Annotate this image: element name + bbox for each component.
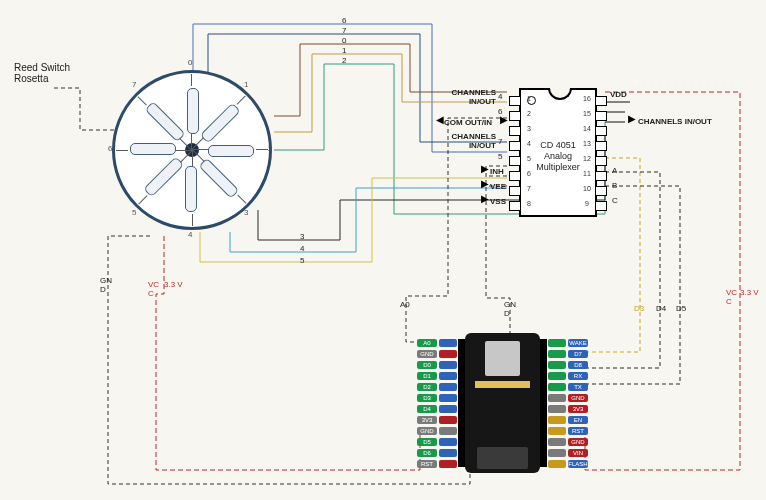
ic-lbl-ch-in-out-2: CHANNELS IN/OUT <box>446 132 496 150</box>
rosetta-num-6: 6 <box>108 144 112 153</box>
ic-lbl-ch-in-out-1: CHANNELS IN/OUT <box>446 88 496 106</box>
ic-pin-16: 16 <box>581 95 593 102</box>
ic-lbl-p1n: 4 <box>498 92 502 101</box>
mcu-right-label-10: VIN <box>568 449 588 457</box>
rosetta-num-3: 3 <box>244 208 248 217</box>
mcu-right-label-9: GND <box>568 438 588 446</box>
mcu-left-pin-6 <box>439 405 457 413</box>
ic-pin-11: 11 <box>581 170 593 177</box>
net-vcc-left: VC C <box>148 280 159 298</box>
mcu-right-pin-7 <box>548 416 566 424</box>
mcu-left-pin-1 <box>439 350 457 358</box>
ic-lbl-vee: VEE <box>490 182 506 191</box>
mcu-right-label-7: EN <box>568 416 588 424</box>
ic-pin-2: 2 <box>523 110 535 117</box>
rosetta-num-5: 5 <box>132 208 136 217</box>
mcu-right-label-2: D8 <box>568 361 588 369</box>
mcu-right-pin-9 <box>548 438 566 446</box>
mcu-left-pin-11 <box>439 460 457 468</box>
rosetta-num-7: 7 <box>132 80 136 89</box>
rosetta-label: Reed Switch Rosetta <box>14 62 70 84</box>
mcu-right-pin-6 <box>548 405 566 413</box>
ic-pin-13: 13 <box>581 140 593 147</box>
ic-pin-3: 3 <box>523 125 535 132</box>
mcu-right-pin-0 <box>548 339 566 347</box>
rosetta-num-0: 0 <box>188 58 192 67</box>
mcu-left-label-6: D4 <box>417 405 437 413</box>
bus-lbl-1: 1 <box>342 46 346 55</box>
bus-lbl-2: 2 <box>342 56 346 65</box>
mcu-left-label-10: D6 <box>417 449 437 457</box>
ic-desc: Analog Multiplexer <box>536 151 580 172</box>
mcu-right-label-5: GND <box>568 394 588 402</box>
ic-lbl-inh: INH <box>490 167 504 176</box>
mcu-right-label-0: WAKE <box>568 339 588 347</box>
ic-lbl-b: B <box>612 181 617 190</box>
ic-pin-4: 4 <box>523 140 535 147</box>
mcu-left-label-2: D0 <box>417 361 437 369</box>
mcu-right-label-8: RST <box>568 427 588 435</box>
net-d5: D5 <box>676 304 686 313</box>
mcu-right-label-6: 3V3 <box>568 405 588 413</box>
ic-pin-10: 10 <box>581 185 593 192</box>
mcu-left-label-5: D3 <box>417 394 437 402</box>
net-gnd-left: GN D <box>100 276 112 294</box>
mcu-right-pin-3 <box>548 372 566 380</box>
mcu-left-pin-2 <box>439 361 457 369</box>
wiring-diagram: Reed Switch Rosetta 0 1 2 3 4 5 6 7 6 7 … <box>0 0 766 500</box>
mcu-left-pin-10 <box>439 449 457 457</box>
mcu-right-pin-1 <box>548 350 566 358</box>
mcu-left-pin-3 <box>439 372 457 380</box>
mcu-left-pin-4 <box>439 383 457 391</box>
mcu-left-label-0: A0 <box>417 339 437 347</box>
mcu-right-label-3: RX <box>568 372 588 380</box>
mcu-right-label-1: D7 <box>568 350 588 358</box>
ic-pin-8: 8 <box>523 200 535 207</box>
mcu-right-label-11: FLASH <box>568 460 588 468</box>
ic-lbl-com: COM OUT/IN <box>444 118 492 127</box>
mcu-right-pin-4 <box>548 383 566 391</box>
bus-lbl-5: 5 <box>300 256 304 265</box>
ic-lbl-p4n: 7 <box>498 137 502 146</box>
ic-lbl-c: C <box>612 196 618 205</box>
net-d4: D4 <box>656 304 666 313</box>
mcu-left-pin-8 <box>439 427 457 435</box>
mcu-left-label-9: D5 <box>417 438 437 446</box>
mcu-right-label-4: TX <box>568 383 588 391</box>
ic-pin-15: 15 <box>581 110 593 117</box>
mcu-left-label-3: D1 <box>417 372 437 380</box>
mcu-left-pin-5 <box>439 394 457 402</box>
rosetta-num-4: 4 <box>188 230 192 239</box>
mcu-left-pin-9 <box>439 438 457 446</box>
net-vcc-right: VC C <box>726 288 737 306</box>
net-33v-left: 3.3 V <box>164 280 183 289</box>
ic-part: CD 4051 <box>540 140 576 150</box>
ic-lbl-a: A <box>612 166 617 175</box>
ic-lbl-ch-in-out-r: CHANNELS IN/OUT <box>638 117 712 126</box>
ic-pin-1: 1 <box>523 95 535 102</box>
mcu-nodemcu: A0GNDD0D1D2D3D43V3GNDD5D6RSTWAKED7D8RXTX… <box>425 333 580 473</box>
mcu-left-label-4: D2 <box>417 383 437 391</box>
mcu-right-pin-5 <box>548 394 566 402</box>
ic-pin-12: 12 <box>581 155 593 162</box>
rosetta-num-2: 2 <box>268 144 272 153</box>
ic-cd4051: CD 4051Analog Multiplexer 1 2 3 4 5 6 7 … <box>519 88 597 217</box>
mcu-left-label-8: GND <box>417 427 437 435</box>
ic-pin-9: 9 <box>581 200 593 207</box>
mcu-left-label-1: GND <box>417 350 437 358</box>
ic-pin-14: 14 <box>581 125 593 132</box>
ic-lbl-p5n: 5 <box>498 152 502 161</box>
mcu-right-pin-2 <box>548 361 566 369</box>
mcu-left-label-7: 3V3 <box>417 416 437 424</box>
rosetta-num-1: 1 <box>244 80 248 89</box>
net-gnd-mid: GN D <box>504 300 516 318</box>
bus-lbl-6: 6 <box>342 16 346 25</box>
ic-lbl-vdd: VDD <box>610 90 627 99</box>
mcu-left-pin-7 <box>439 416 457 424</box>
net-a0: A0 <box>400 300 410 309</box>
bus-lbl-4: 4 <box>300 244 304 253</box>
mcu-right-pin-10 <box>548 449 566 457</box>
net-33v-right: 3.3 V <box>740 288 759 297</box>
mcu-left-pin-0 <box>439 339 457 347</box>
mcu-left-label-11: RST <box>417 460 437 468</box>
